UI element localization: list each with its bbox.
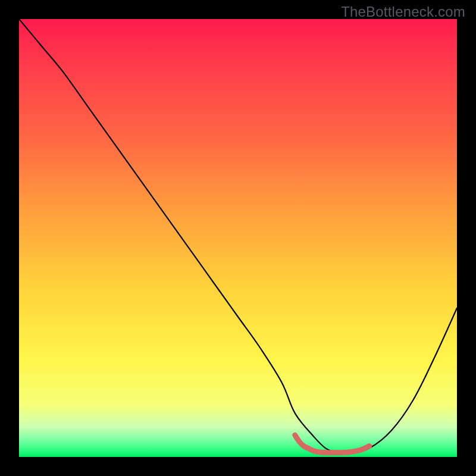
chart-plot-area — [19, 19, 457, 457]
chart-svg — [19, 19, 457, 457]
chart-frame: TheBottleneck.com — [0, 0, 476, 476]
optimal-range-marker-path — [295, 435, 369, 453]
bottleneck-curve-path — [19, 19, 457, 453]
watermark-text: TheBottleneck.com — [341, 4, 465, 20]
